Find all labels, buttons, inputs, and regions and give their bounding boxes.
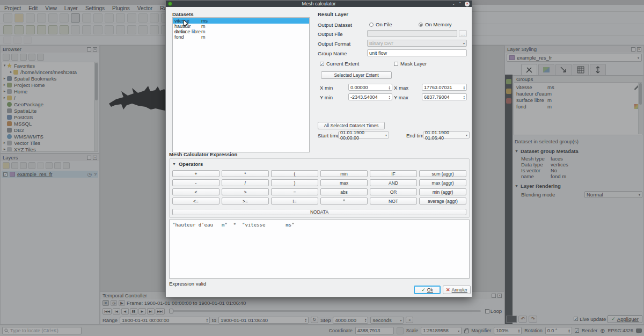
ok-button[interactable]: ✓Ok [414, 286, 441, 294]
operator-button[interactable]: sum (aggr) [419, 170, 466, 177]
on-memory-radio[interactable]: On Memory [419, 21, 452, 27]
minimize-icon[interactable]: ⌄ [452, 2, 455, 6]
start-time-label: Start time [318, 133, 340, 138]
operator-button[interactable]: max [320, 179, 368, 186]
operator-button[interactable]: average (aggr) [419, 198, 466, 204]
xmax-label: X max [394, 85, 408, 91]
on-file-radio[interactable]: On File [369, 21, 392, 27]
all-selected-dataset-times-button[interactable]: All Selected Dataset Times [318, 122, 385, 129]
operator-button[interactable]: = [271, 188, 318, 195]
operator-button[interactable]: <= [172, 198, 219, 204]
dialog-title: Mesh calculator [166, 1, 472, 6]
operator-button[interactable]: + [172, 170, 219, 177]
end-time-combo[interactable]: 01.01.1900 01:06:40▾ [423, 132, 470, 138]
xmin-input[interactable]: 0.00000▴▾ [348, 84, 392, 91]
mesh-calculator-dialog: Mesh calculator ⌄ ⌃ × Datasets vitesse m… [165, 0, 472, 297]
ok-check-icon: ✓ [421, 287, 426, 293]
operator-button[interactable]: / [222, 179, 269, 186]
browse-button: ... [459, 30, 467, 37]
dataset-item[interactable]: surface libre m [173, 29, 309, 34]
operator-button[interactable]: ) [271, 179, 318, 186]
operator-button[interactable]: abs [320, 188, 368, 195]
xmin-label: X min [320, 85, 333, 91]
maximize-icon[interactable]: ⌃ [458, 2, 462, 6]
operator-button[interactable]: != [271, 198, 318, 204]
operator-button[interactable]: max (aggr) [419, 179, 466, 186]
output-dataset-label: Output Dataset [318, 22, 352, 28]
selected-layer-extent-button[interactable]: Selected Layer Extent [321, 71, 392, 79]
collapse-arrow-icon: ▼ [172, 162, 176, 166]
xmax-input[interactable]: 17763.07031▴▾ [422, 84, 467, 91]
qgis-logo-icon [168, 2, 172, 6]
ymax-input[interactable]: 6837.79004▴▾ [422, 93, 467, 100]
dataset-item[interactable]: hauteur d'eau m [173, 24, 309, 29]
checkbox-icon [394, 62, 398, 66]
radio-icon [419, 23, 423, 27]
operator-button[interactable]: < [172, 188, 219, 195]
operators-grid: +*(minIFsum (aggr)-/)maxANDmax (aggr)<>=… [172, 170, 466, 204]
output-file-input [367, 30, 457, 37]
expression-section-label: Mesh Calculator Expression [169, 151, 237, 157]
operator-button[interactable]: OR [370, 188, 417, 195]
checkbox-icon: ✓ [320, 62, 324, 66]
qgis-window: ProjectEditViewLayerSettingsPluginsVecto… [0, 0, 644, 336]
mouse-cursor [183, 19, 189, 28]
current-extent-checkbox[interactable]: ✓ Current Extent [320, 61, 359, 67]
operator-button[interactable]: min [320, 170, 368, 177]
dataset-item[interactable]: fond m [173, 34, 309, 40]
operator-button[interactable]: * [222, 170, 269, 177]
close-icon[interactable]: × [465, 2, 470, 6]
group-name-label: Group Name [318, 50, 347, 56]
datasets-label: Datasets [172, 11, 194, 17]
operator-button[interactable]: - [172, 179, 219, 186]
output-file-label: Output File [318, 31, 342, 37]
dataset-item[interactable]: vitesse ms [173, 18, 309, 24]
ymin-label: Y min [320, 94, 333, 100]
cancel-button[interactable]: ✕Annuler [443, 286, 471, 294]
operator-button[interactable]: > [222, 188, 269, 195]
nodata-button[interactable]: NODATA [172, 209, 466, 215]
operator-button[interactable]: IF [370, 170, 417, 177]
ymin-input[interactable]: -2343.54004▴▾ [348, 93, 392, 100]
operator-button[interactable]: NOT [370, 198, 417, 204]
output-format-label: Output Format [318, 41, 350, 47]
datasets-list: vitesse ms hauteur d'eau m surface libre… [172, 17, 310, 152]
output-format-combo: Binary DAT▾ [367, 40, 467, 47]
mask-layer-checkbox[interactable]: Mask Layer [394, 61, 427, 67]
result-layer-label: Result Layer [318, 11, 348, 17]
expression-status: Expression valid [169, 281, 206, 287]
group-name-input[interactable]: unit flow [367, 49, 467, 56]
operator-button[interactable]: AND [370, 179, 417, 186]
operator-button[interactable]: ( [271, 170, 318, 177]
operators-header[interactable]: ▼ Operators [172, 161, 203, 167]
operator-button[interactable]: ^ [320, 198, 368, 204]
ymax-label: Y max [394, 94, 408, 100]
start-time-combo[interactable]: 01.01.1900 00:00:00▾ [338, 132, 389, 138]
dialog-titlebar[interactable]: Mesh calculator ⌄ ⌃ × [166, 1, 472, 7]
operator-button[interactable]: min (aggr) [419, 188, 466, 195]
radio-icon [369, 23, 374, 27]
cancel-x-icon: ✕ [446, 287, 450, 293]
operator-button[interactable]: >= [222, 198, 269, 204]
expression-textarea[interactable]: "hauteur d'eau m" * "vitesse ms" [169, 220, 470, 279]
